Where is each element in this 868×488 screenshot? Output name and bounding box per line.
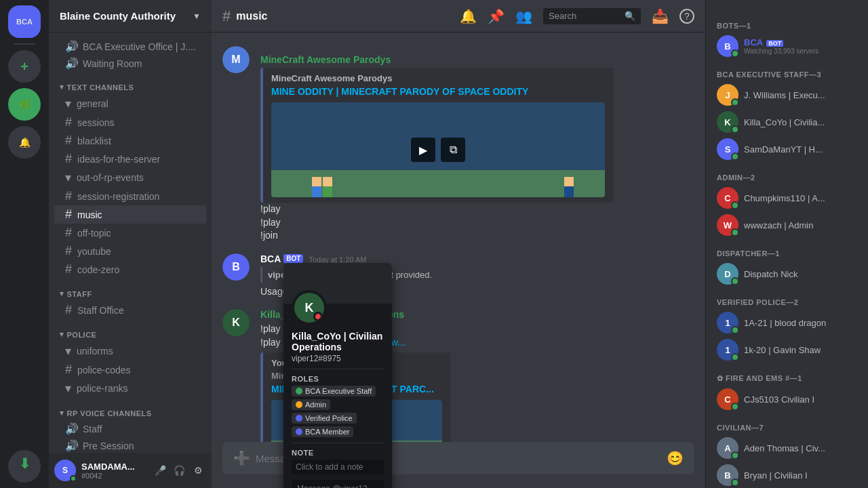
channel-bca-executive[interactable]: 🔊 BCA Executive Office | J.... bbox=[54, 38, 206, 55]
server-icon-2[interactable]: 🌿 bbox=[8, 88, 41, 121]
search-box[interactable]: Search 🔍 bbox=[543, 8, 641, 24]
channel-blacklist[interactable]: # blacklist bbox=[54, 131, 206, 150]
role-badge-exec: BCA Executive Staff bbox=[292, 386, 376, 396]
arrow-icon: ▾ bbox=[60, 330, 64, 339]
channel-group-police-ranks[interactable]: ▾ police-ranks bbox=[54, 379, 206, 398]
voice-pre-session[interactable]: 🔊 Pre Session bbox=[54, 437, 206, 453]
text-channels-category[interactable]: ▾ TEXT CHANNELS bbox=[49, 72, 212, 94]
message-content: MineCraft Awesome Parodys MineCraft Awes… bbox=[260, 54, 694, 243]
pin-icon[interactable]: 📌 bbox=[488, 8, 505, 24]
member-category-police: VERIFIED POLICE—2 bbox=[711, 287, 863, 309]
channel-group-general[interactable]: ▾ general bbox=[54, 94, 206, 113]
member-item[interactable]: C CJs5103 Civilian I bbox=[711, 386, 863, 413]
member-item[interactable]: D Dispatch Nick bbox=[711, 260, 863, 287]
channel-header: # music 🔔 📌 👥 Search 🔍 📥 ? bbox=[212, 0, 705, 33]
channel-staff-office[interactable]: # Staff Office bbox=[54, 301, 206, 319]
member-category-bots: BOTS—1 bbox=[711, 11, 863, 33]
settings-button[interactable]: ⚙ bbox=[190, 462, 206, 479]
status-dot bbox=[731, 125, 739, 134]
hash-icon: ▾ bbox=[65, 170, 71, 185]
message-author[interactable]: MineCraft Awesome Parodys bbox=[260, 54, 391, 65]
status-dot bbox=[731, 353, 739, 361]
rp-voice-category[interactable]: ▾ RP VOICE CHANNELS bbox=[49, 398, 212, 420]
member-item[interactable]: W wwwzach | Admin bbox=[711, 211, 863, 239]
status-dot bbox=[731, 201, 739, 209]
channel-group-uniforms[interactable]: ▾ uniforms bbox=[54, 342, 206, 361]
member-item[interactable]: A Aden Thomas | Civ... bbox=[711, 434, 863, 462]
inbox-icon[interactable]: 📥 bbox=[652, 8, 669, 24]
message-text: !play bbox=[260, 216, 694, 230]
member-item[interactable]: B Bryan | Civilian I bbox=[711, 462, 863, 488]
popup-note-input[interactable] bbox=[292, 460, 384, 474]
deafen-button[interactable]: 🎧 bbox=[171, 462, 187, 479]
hash-icon: # bbox=[65, 134, 72, 148]
help-icon[interactable]: ? bbox=[679, 9, 694, 24]
member-item-bca[interactable]: B BCA BOT Watching 33,993 servers bbox=[711, 33, 863, 60]
server-header[interactable]: Blaine County Authority ▼ bbox=[49, 0, 212, 33]
category-label: TEXT CHANNELS bbox=[67, 83, 134, 92]
channel-group-out-of-rp[interactable]: ▾ out-of-rp-events bbox=[54, 168, 206, 187]
server-icon-bca[interactable]: BCA bbox=[8, 5, 41, 38]
member-item[interactable]: S SamDaManYT | H... bbox=[711, 136, 863, 163]
user-discriminator: #0042 bbox=[81, 472, 146, 480]
embed-title[interactable]: MINE ODDITY | MINECRAFT PARODY OF SPACE … bbox=[271, 86, 605, 97]
channel-music[interactable]: # music 👤+ bbox=[54, 205, 206, 224]
bell-icon[interactable]: 🔔 bbox=[460, 8, 477, 24]
member-category-dispatcher: DISPATCHER—1 bbox=[711, 239, 863, 260]
channel-police-codes[interactable]: # police-codes bbox=[54, 361, 206, 379]
speaker-icon: 🔊 bbox=[65, 40, 79, 53]
popup-message-input[interactable] bbox=[292, 480, 384, 488]
server-icon-3[interactable]: 🔔 bbox=[8, 126, 41, 159]
members-icon[interactable]: 👥 bbox=[515, 8, 532, 24]
role-color-dot bbox=[296, 401, 302, 408]
popup-avatar-area: K bbox=[283, 290, 392, 325]
search-icon: 🔍 bbox=[625, 11, 635, 21]
popup-avatar: K bbox=[292, 290, 327, 325]
download-icon[interactable]: ⬇ bbox=[8, 450, 41, 483]
member-item[interactable]: 1 1k-20 | Gavin Shaw bbox=[711, 336, 863, 363]
channel-youtube[interactable]: # youtube bbox=[54, 242, 206, 260]
channel-code-zero[interactable]: # code-zero bbox=[54, 260, 206, 279]
channel-sessions[interactable]: # sessions bbox=[54, 113, 206, 131]
add-attachment-button[interactable]: ➕ bbox=[233, 442, 250, 474]
popup-roles-label: ROLES bbox=[283, 375, 392, 386]
category-label: RP VOICE CHANNELS bbox=[67, 409, 152, 418]
role-color-dot bbox=[296, 428, 302, 435]
add-server-button[interactable]: + bbox=[8, 50, 41, 83]
channel-waiting-room[interactable]: 🔊 Waiting Room bbox=[54, 55, 206, 72]
server-divider bbox=[14, 43, 35, 45]
status-dot bbox=[731, 479, 739, 487]
arrow-icon: ▾ bbox=[60, 409, 64, 418]
role-name: Admin bbox=[305, 401, 326, 409]
play-button[interactable]: ▶ bbox=[411, 138, 435, 162]
voice-staff[interactable]: 🔊 Staff bbox=[54, 420, 206, 437]
external-link-button[interactable]: ⧉ bbox=[441, 138, 465, 162]
channel-label: sessions bbox=[77, 117, 201, 128]
member-name: 1k-20 | Gavin Shaw bbox=[744, 345, 857, 355]
speaker-icon: 🔊 bbox=[65, 57, 79, 70]
mute-button[interactable]: 🎤 bbox=[152, 462, 168, 479]
member-avatar: W bbox=[717, 214, 738, 236]
staff-category[interactable]: ▾ STAFF bbox=[49, 279, 212, 301]
member-name: 1A-21 | blood dragon bbox=[744, 318, 857, 328]
police-category[interactable]: ▾ POLICE bbox=[49, 319, 212, 342]
channel-off-topic[interactable]: # off-topic 👤+ bbox=[54, 224, 206, 242]
status-dot bbox=[731, 403, 739, 411]
member-name: Dispatch Nick bbox=[744, 269, 857, 279]
member-item[interactable]: C Chumpkims110 | A... bbox=[711, 184, 863, 211]
avatar: K bbox=[222, 309, 250, 336]
member-item[interactable]: 1 1A-21 | blood dragon bbox=[711, 309, 863, 336]
channel-label: police-ranks bbox=[77, 383, 201, 394]
channel-label: blacklist bbox=[77, 136, 201, 146]
avatar-letter: S bbox=[62, 466, 68, 475]
channel-session-registration[interactable]: # session-registration bbox=[54, 187, 206, 205]
embed-image: ▶ ⧉ bbox=[271, 102, 605, 197]
member-avatar: A bbox=[717, 437, 738, 459]
channel-ideas[interactable]: # ideas-for-the-server bbox=[54, 150, 206, 168]
emoji-button[interactable]: 😊 bbox=[667, 450, 684, 466]
popup-discriminator: viper12#8975 bbox=[283, 354, 392, 369]
member-avatar: 1 bbox=[717, 339, 738, 361]
member-item-killa[interactable]: K Killa_CoYo | Civilia... bbox=[711, 108, 863, 136]
message-group: M MineCraft Awesome Parodys MineCraft Aw… bbox=[212, 43, 705, 245]
member-item[interactable]: J J. Williams | Execu... bbox=[711, 81, 863, 108]
